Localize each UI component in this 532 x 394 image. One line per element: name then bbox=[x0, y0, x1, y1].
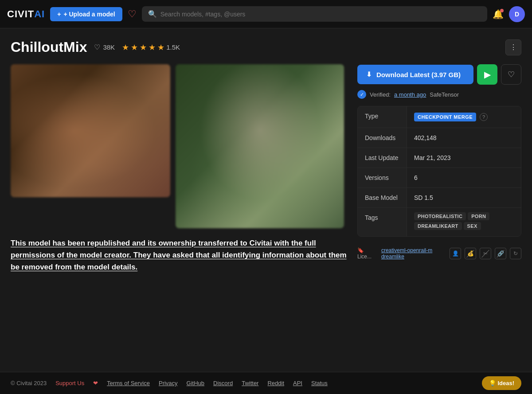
heart-favorite-button[interactable]: ♡ bbox=[128, 8, 137, 20]
versions-value: 6 bbox=[407, 168, 521, 187]
footer-discord[interactable]: Discord bbox=[213, 380, 233, 386]
main-content: ChilloutMix ♡ 38K ★ ★ ★ ★ ★ 1.5K ⋮ This … bbox=[0, 28, 532, 273]
info-table: Type CHECKPOINT MERGE ? Downloads 402,14… bbox=[357, 106, 521, 237]
notice-text: This model has been republished and its … bbox=[11, 237, 347, 273]
last-update-row: Last Update Mar 21, 2023 bbox=[358, 148, 521, 168]
notification-bell[interactable]: 🔔 bbox=[493, 9, 504, 20]
footer-privacy[interactable]: Privacy bbox=[159, 380, 178, 386]
heart-icon: ♡ bbox=[94, 43, 100, 51]
model-title-left: ChilloutMix ♡ 38K ★ ★ ★ ★ ★ 1.5K bbox=[11, 39, 180, 55]
footer-support-us[interactable]: Support Us bbox=[55, 380, 84, 386]
model-name: ChilloutMix bbox=[11, 39, 87, 55]
footer-github[interactable]: GitHub bbox=[187, 380, 204, 386]
logo-ai-text: AI bbox=[34, 8, 45, 20]
header: CIVITAI + + Upload a model ♡ 🔍 🔔 D bbox=[0, 0, 532, 28]
footer: © Civitai 2023 Support Us ❤ Terms of Ser… bbox=[0, 372, 532, 394]
favorite-button[interactable]: ♡ bbox=[501, 64, 521, 85]
versions-label: Versions bbox=[358, 168, 407, 187]
images-grid bbox=[11, 64, 347, 228]
likes-count: 38K bbox=[103, 43, 115, 51]
stars-row: ★ ★ ★ ★ ★ 1.5K bbox=[122, 43, 180, 52]
logo-text: CIVIT bbox=[7, 8, 34, 20]
license-row: 🔖 Lice... creativeml-openrail-m dreamlik… bbox=[357, 244, 521, 263]
search-icon: 🔍 bbox=[148, 10, 157, 18]
image-thumbnail-2[interactable] bbox=[176, 64, 344, 228]
download-row: ⬇ Download Latest (3.97 GB) ▶ ♡ bbox=[357, 64, 521, 85]
downloads-label: Downloads bbox=[358, 128, 407, 148]
verified-label: Verified: bbox=[370, 91, 391, 98]
star-5: ★ bbox=[157, 43, 164, 52]
last-update-label: Last Update bbox=[358, 148, 407, 168]
star-4: ★ bbox=[149, 43, 156, 52]
image-thumbnail-1[interactable] bbox=[11, 64, 170, 197]
sidebar: ⬇ Download Latest (3.97 GB) ▶ ♡ ✓ Verifi… bbox=[357, 64, 521, 273]
refresh-icon: ↻ bbox=[510, 248, 521, 259]
footer-status[interactable]: Status bbox=[311, 380, 328, 386]
image-area: This model has been republished and its … bbox=[11, 64, 347, 273]
footer-right: 💡 Ideas! bbox=[482, 376, 521, 390]
verified-badge: ✓ bbox=[357, 90, 366, 99]
verified-time-link[interactable]: a month ago bbox=[394, 91, 426, 98]
type-row: Type CHECKPOINT MERGE ? bbox=[358, 106, 521, 128]
tag-photorealistic[interactable]: PHOTOREALISTIC bbox=[414, 212, 466, 220]
ideas-label: 💡 Ideas! bbox=[489, 380, 514, 386]
notification-dot bbox=[500, 9, 504, 12]
star-3: ★ bbox=[140, 43, 147, 52]
tag-porn[interactable]: PORN bbox=[468, 212, 489, 220]
rating-count: 1.5K bbox=[166, 43, 180, 51]
tags-value: PHOTOREALISTIC PORN DREAMLIKEART SEX bbox=[407, 208, 521, 236]
downloads-row: Downloads 402,148 bbox=[358, 128, 521, 148]
download-label: Download Latest (3.97 GB) bbox=[376, 71, 461, 78]
star-1: ★ bbox=[122, 43, 129, 52]
base-model-value: SD 1.5 bbox=[407, 188, 521, 207]
downloads-value: 402,148 bbox=[407, 128, 521, 148]
header-right: 🔔 D bbox=[493, 6, 525, 22]
no-share-icon: 🔗 bbox=[495, 248, 506, 259]
footer-terms[interactable]: Terms of Service bbox=[107, 380, 150, 386]
star-2: ★ bbox=[131, 43, 138, 52]
logo: CIVITAI bbox=[7, 8, 45, 20]
download-button[interactable]: ⬇ Download Latest (3.97 GB) bbox=[357, 65, 473, 84]
play-button[interactable]: ▶ bbox=[477, 64, 497, 85]
tag-sex[interactable]: SEX bbox=[464, 222, 481, 230]
type-value: CHECKPOINT MERGE ? bbox=[407, 106, 521, 128]
tag-dreamlikeart[interactable]: DREAMLIKEART bbox=[414, 222, 462, 230]
help-icon[interactable]: ? bbox=[480, 113, 488, 121]
upload-icon: + bbox=[57, 11, 61, 18]
search-input[interactable] bbox=[160, 11, 481, 18]
license-label: 🔖 Lice... bbox=[357, 247, 376, 260]
search-bar: 🔍 bbox=[142, 6, 487, 22]
ideas-button[interactable]: 💡 Ideas! bbox=[482, 376, 521, 390]
license-icons: 👤 💰 ✂ 🔗 ↻ bbox=[450, 248, 521, 259]
no-edit-icon: ✂ bbox=[480, 248, 491, 259]
model-title-row: ChilloutMix ♡ 38K ★ ★ ★ ★ ★ 1.5K ⋮ bbox=[11, 39, 521, 55]
footer-heart: ❤ bbox=[93, 380, 98, 386]
last-update-value: Mar 21, 2023 bbox=[407, 148, 521, 168]
safe-tensor-label: SafeTensor bbox=[430, 91, 459, 98]
base-model-row: Base Model SD 1.5 bbox=[358, 188, 521, 208]
download-icon: ⬇ bbox=[366, 70, 372, 78]
versions-row: Versions 6 bbox=[358, 168, 521, 188]
no-commercial-icon: 💰 bbox=[465, 248, 476, 259]
base-model-label: Base Model bbox=[358, 188, 407, 207]
upload-button[interactable]: + + Upload a model bbox=[50, 7, 122, 21]
content-layout: This model has been republished and its … bbox=[11, 64, 521, 273]
model-likes: ♡ 38K bbox=[94, 43, 115, 51]
tags-row: Tags PHOTOREALISTIC PORN DREAMLIKEART SE… bbox=[358, 208, 521, 236]
footer-twitter[interactable]: Twitter bbox=[242, 380, 258, 386]
upload-label: + Upload a model bbox=[63, 11, 115, 18]
verified-row: ✓ Verified: a month ago SafeTensor bbox=[357, 90, 521, 99]
license-link[interactable]: creativeml-openrail-m dreamlike bbox=[381, 247, 444, 260]
footer-api[interactable]: API bbox=[293, 380, 302, 386]
discord-avatar[interactable]: D bbox=[509, 6, 525, 22]
footer-copyright: © Civitai 2023 bbox=[11, 380, 47, 386]
checkpoint-badge: CHECKPOINT MERGE bbox=[414, 113, 476, 121]
more-options-button[interactable]: ⋮ bbox=[505, 39, 521, 55]
person-icon: 👤 bbox=[450, 248, 461, 259]
footer-reddit[interactable]: Reddit bbox=[267, 380, 284, 386]
tags-label: Tags bbox=[358, 208, 407, 236]
type-label: Type bbox=[358, 106, 407, 128]
